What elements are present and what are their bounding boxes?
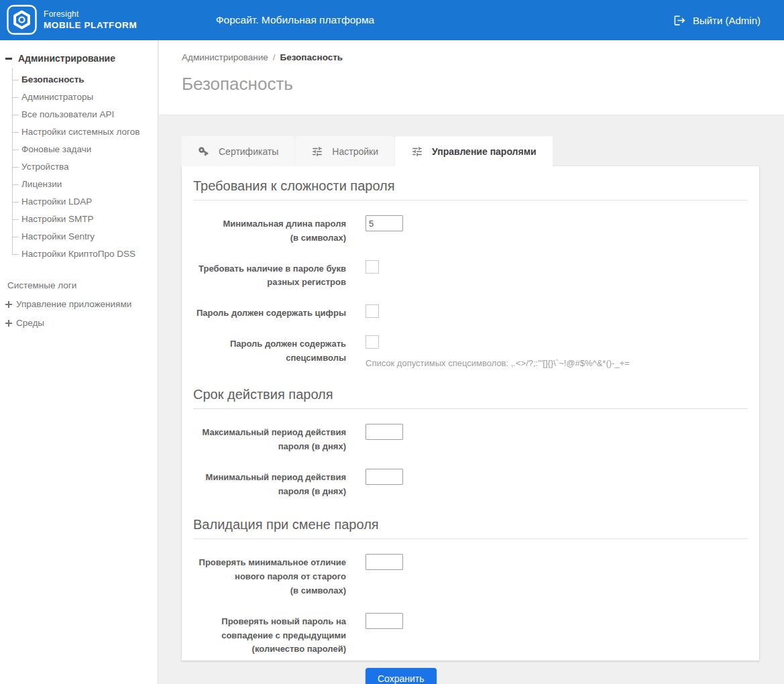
field-label: Минимальная длина пароля (в символах) (193, 215, 346, 245)
field-control (366, 469, 748, 499)
sidebar-item-background-tasks[interactable]: Фоновые задачи (0, 141, 158, 158)
min-difference-from-old-input[interactable] (366, 554, 403, 570)
field-control (366, 613, 748, 657)
logo[interactable]: Foresight MOBILE PLATFORM (7, 5, 137, 35)
min-password-length-input[interactable] (366, 215, 403, 231)
max-password-age-input[interactable] (366, 424, 403, 440)
require-digits-checkbox[interactable] (366, 304, 379, 318)
sidebar-item-app-management[interactable]: Управление приложениями (0, 294, 158, 313)
field-control (366, 304, 748, 321)
breadcrumb: Администрирование/Безопасность (182, 52, 784, 62)
require-special-chars-checkbox[interactable] (366, 335, 379, 349)
field-control: Список допустимых спецсимволов: ,.<>/?;:… (366, 335, 748, 368)
sidebar-item-ldap-settings[interactable]: Настройки LDAP (0, 193, 158, 211)
save-button[interactable]: Сохранить (366, 668, 437, 684)
logout-icon (673, 14, 686, 27)
sidebar-flat-items: Системные логиУправление приложениямиСре… (0, 276, 158, 332)
tab-label: Сертификаты (219, 146, 278, 157)
form-row-min-password-age: Минимальный период действия пароля (в дн… (193, 469, 748, 499)
sidebar-root-label[interactable]: Администрирование (18, 53, 115, 64)
top-bar: Foresight MOBILE PLATFORM Форсайт. Мобил… (0, 0, 784, 40)
field-label: Проверять новый пароль на совпадение с п… (193, 613, 346, 657)
sidebar-item-sentry-settings[interactable]: Настройки Sentry (0, 228, 158, 245)
sidebar-item-label: Управление приложениями (16, 299, 131, 309)
form-section: Срок действия пароляМаксимальный период … (193, 387, 748, 498)
field-label: Пароль должен содержать цифры (193, 304, 346, 321)
sidebar-item-environments[interactable]: Среды (0, 313, 158, 332)
require-mixed-case-checkbox[interactable] (366, 260, 379, 274)
key-icon (198, 146, 210, 158)
form-row-require-digits: Пароль должен содержать цифры (193, 304, 748, 321)
min-password-age-input[interactable] (366, 469, 403, 485)
breadcrumb-parent[interactable]: Администрирование (182, 52, 268, 62)
logo-text: Foresight MOBILE PLATFORM (44, 9, 137, 30)
sidebar-tree: БезопасностьАдминистраторыВсе пользовате… (0, 71, 158, 263)
app-title: Форсайт. Мобильная платформа (216, 14, 374, 26)
field-label: Минимальный период действия пароля (в дн… (193, 469, 346, 499)
field-label: Пароль должен содержать спецсимволы (193, 335, 346, 368)
page-header: Администрирование/Безопасность Безопасно… (159, 40, 784, 115)
sidebar-item-licenses[interactable]: Лицензии (0, 176, 158, 193)
allowed-special-chars-hint: Список допустимых спецсимволов: ,.<>/?;:… (366, 358, 748, 368)
logout-button[interactable]: Выйти (Admin) (673, 0, 761, 40)
sidebar-item-system-log-settings[interactable]: Настройки системных логов (0, 123, 158, 141)
tune-icon (311, 146, 323, 158)
form-row-require-mixed-case: Требовать наличие в пароле букв разных р… (193, 260, 748, 290)
sidebar-item-administration[interactable]: Администрирование (0, 40, 158, 64)
breadcrumb-current: Безопасность (280, 52, 343, 62)
tab-password-management[interactable]: Управление паролями (395, 136, 553, 166)
tab-certificates[interactable]: Сертификаты (182, 136, 294, 166)
field-control (366, 215, 748, 245)
logo-line2: MOBILE PLATFORM (44, 20, 137, 30)
sidebar: Администрирование БезопасностьАдминистра… (0, 40, 158, 684)
form-section: Валидация при смене пароляПроверять мини… (193, 517, 748, 657)
sidebar-item-label: Системные логи (7, 280, 76, 290)
tab-label: Управление паролями (432, 146, 537, 157)
settings-card: Требования к сложности пароляМинимальная… (182, 166, 759, 661)
form-row-max-password-age: Максимальный период действия пароля (в д… (193, 424, 748, 454)
logo-line1: Foresight (44, 9, 137, 19)
expand-icon[interactable] (5, 319, 12, 326)
main-content: Администрирование/Безопасность Безопасно… (159, 40, 784, 684)
expand-icon[interactable] (5, 300, 12, 307)
field-label: Максимальный период действия пароля (в д… (193, 424, 346, 454)
field-control (366, 554, 748, 597)
section-heading: Срок действия пароля (193, 387, 748, 409)
password-form: Требования к сложности пароляМинимальная… (193, 178, 748, 657)
form-row-require-special-chars: Пароль должен содержать спецсимволыСписо… (193, 335, 748, 368)
tab-label: Настройки (332, 146, 378, 157)
section-heading: Требования к сложности пароля (193, 178, 748, 201)
sidebar-item-label: Среды (16, 318, 44, 328)
previous-passwords-check-input[interactable] (366, 613, 403, 629)
form-section: Требования к сложности пароляМинимальная… (193, 178, 748, 368)
breadcrumb-separator: / (273, 52, 276, 62)
sidebar-item-api-users[interactable]: Все пользователи API (0, 106, 158, 123)
form-row-min-password-length: Минимальная длина пароля (в символах) (193, 215, 748, 245)
tab-settings[interactable]: Настройки (295, 136, 394, 166)
field-label: Требовать наличие в пароле букв разных р… (193, 260, 346, 290)
sidebar-item-administrators[interactable]: Администраторы (0, 89, 158, 106)
field-control (366, 260, 748, 290)
tab-bar: СертификатыНастройкиУправление паролями (182, 136, 784, 166)
foresight-logo-icon (7, 5, 37, 35)
field-control (366, 424, 748, 454)
tune-icon (411, 146, 423, 158)
sidebar-item-cryptopro-dss-settings[interactable]: Настройки КриптоПро DSS (0, 245, 158, 263)
form-row-previous-passwords-check: Проверять новый пароль на совпадение с п… (193, 613, 748, 657)
form-row-min-difference-from-old: Проверять минимальное отличие нового пар… (193, 554, 748, 597)
sidebar-item-smtp-settings[interactable]: Настройки SMTP (0, 211, 158, 228)
page-title: Безопасность (182, 74, 784, 95)
sidebar-item-security[interactable]: Безопасность (0, 71, 158, 89)
sidebar-item-system-logs[interactable]: Системные логи (0, 276, 158, 294)
collapse-icon[interactable] (5, 55, 12, 62)
logout-label: Выйти (Admin) (693, 15, 761, 26)
field-label: Проверять минимальное отличие нового пар… (193, 554, 346, 597)
section-heading: Валидация при смене пароля (193, 517, 748, 539)
sidebar-item-devices[interactable]: Устройства (0, 158, 158, 176)
